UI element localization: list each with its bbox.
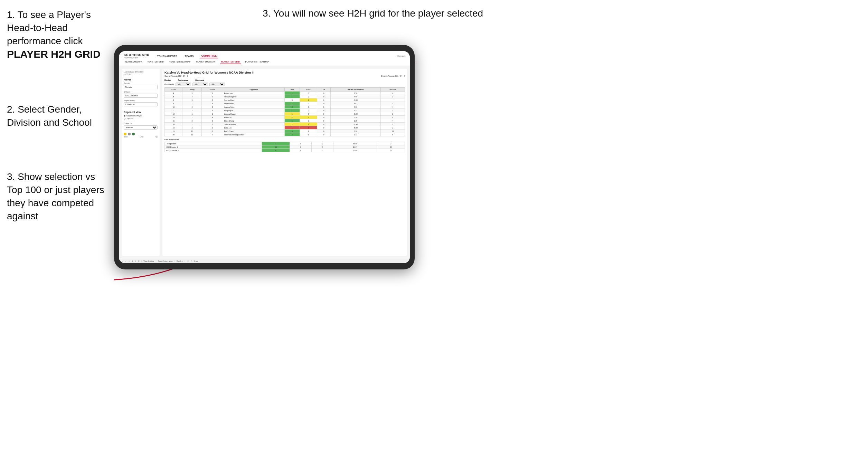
sub-nav-team-h2h-grid[interactable]: TEAM H2H GRID [146,60,164,64]
player-rank-label: Player (Rank) [124,99,158,102]
player-section-title: Player [124,78,158,81]
table-row: 9 1 4 Sharon Mun 1 0 0 3.67 3 [165,102,405,105]
toolbar-layout1[interactable]: ⬜ [187,260,189,262]
toolbar-undo[interactable]: ↩ [122,260,123,262]
division-label: Division [124,91,158,93]
toolbar-save-custom-view[interactable]: Save Custom View [158,260,172,262]
main-content: Last Updated: 27/03/2024 16:55:38 Player… [119,66,410,259]
toolbar-timer[interactable]: ⏱ [138,260,140,262]
sub-nav-player-h2h-heatmap[interactable]: PLAYER H2H HEATMAP [244,60,270,64]
logo-title: SCOREBOARD [124,53,150,57]
division-select[interactable]: NCAA Division III NCAA Division I NCAA D… [124,94,158,98]
ood-table-row: Foreign Team 1 0 0 4.500 2 [165,142,405,145]
toolbar-sep4: | [185,260,185,262]
player-rank-select[interactable]: 8. Katelyn Vo [124,102,158,106]
col-header-reg: # Reg [182,88,202,92]
sub-nav-team-summary[interactable]: TEAM SUMMARY [124,60,143,64]
filter-row: Region Conference Opponent [164,79,405,81]
out-of-division-title: Out of division [164,139,405,141]
table-row: 18 2 2 Euna Lee 1 3 0 -5.00 2 [165,126,405,130]
table-row: 20 11 7 Federica Domecq Lacroze 2 1 0 1.… [165,133,405,136]
legend-dots [124,133,158,135]
radio-dot-top100 [124,118,125,120]
sub-nav-team-h2h-heatmap[interactable]: TEAM H2H HEATMAP [168,60,192,64]
opponents-row: Opponents: (All) (All) (All) [164,83,405,86]
nav-links: TOURNAMENTS TEAMS COMMITTEE [156,54,397,58]
toolbar-sep1: | [141,260,142,262]
tablet-screen: SCOREBOARD Powered by clippd TOURNAMENTS… [119,51,410,263]
colour-by-select[interactable]: Win/loss [124,125,158,130]
opponents-label: Opponents: [164,83,174,85]
opponents-filter-select[interactable]: (All) [176,83,191,86]
opponent-filter-col: Opponent [195,79,204,81]
colour-by-label: Colour by [124,122,158,124]
radio-top100[interactable]: Top 100 [124,117,158,120]
legend-dot-level [128,133,131,135]
col-header-tie: Tie [317,88,330,92]
last-updated: Last Updated: 27/03/2024 16:55:38 [124,71,158,76]
logo-area: SCOREBOARD Powered by clippd [124,53,150,59]
nav-teams[interactable]: TEAMS [183,54,195,58]
toolbar-sep2: | [156,260,156,262]
nav-committee[interactable]: COMMITTEE [200,54,218,58]
instruction-step1: 1. To see a Player's Head-to-Head perfor… [7,8,107,61]
toolbar-back[interactable]: ← [125,260,126,262]
col-header-conf: # Conf [202,88,223,92]
conference-filter-col: Conference [178,79,188,81]
legend-dot-up [132,133,135,135]
instruction-top-right: 3. You will now see H2H grid for the pla… [263,7,483,20]
toolbar-forward[interactable]: → [128,260,130,262]
instructions-left: 1. To see a Player's Head-to-Head perfor… [0,0,114,241]
table-row: 13 1 1 Jessica Huang 1 0 0 -3.00 2 [165,112,405,116]
out-of-division-table: Foreign Team 1 0 0 4.500 2 NAIA Division… [164,142,405,152]
radio-group: Opponents Played Top 100 [124,115,158,120]
table-row: 11 2 5 Heejo Hyun 1 0 0 3.33 3 [165,109,405,112]
col-header-win: Win [284,88,300,92]
opponent-filter-select[interactable]: (All) [209,83,225,86]
gender-select[interactable]: Women's Men's [124,85,158,89]
radio-opponents-played[interactable]: Opponents Played [124,115,158,117]
table-row: 19 10 6 Emily Chang 4 1 0 0.30 11 [165,130,405,133]
records-row: Overall Record: 353 - 34 - 6 Division Re… [164,75,405,77]
main-title: Katelyn Vo Head-to-Head Grid for Women's… [164,71,405,74]
opponent-view-title: Opponent view [124,111,158,113]
sign-out-link[interactable]: Sign out [397,55,405,57]
opponent-header: Opponent [195,79,204,81]
logo-sub: Powered by clippd [124,57,150,59]
tablet-frame: SCOREBOARD Powered by clippd TOURNAMENTS… [114,45,415,269]
sub-nav-player-h2h-grid[interactable]: PLAYER H2H GRID [220,60,241,64]
region-filter-col: Region [164,79,171,81]
toolbar-share[interactable]: Share [194,260,198,262]
table-row: 15 8 5 Stella Cheng 1 0 0 1.25 4 [165,119,405,123]
sub-nav: TEAM SUMMARY TEAM H2H GRID TEAM H2H HEAT… [124,60,405,66]
toolbar-watch[interactable]: Watch ▾ [177,260,183,262]
toolbar-view-original[interactable]: View: Original [143,260,154,262]
table-row: 16 1 3 Jessica Mason 1 2 0 -0.94 7 [165,123,405,126]
conference-filter-select[interactable]: (All) [192,83,208,86]
region-header: Region [164,79,171,81]
nav-top: SCOREBOARD Powered by clippd TOURNAMENTS… [124,53,405,59]
table-row: 5 2 2 Alexis Sudjianto 1 0 0 4.00 3 [165,95,405,98]
toolbar-sep3: | [174,260,175,262]
radio-dot-opponents [124,115,125,117]
right-panel: Katelyn Vo Head-to-Head Grid for Women's… [162,69,407,256]
sub-nav-player-summary[interactable]: PLAYER SUMMARY [195,60,216,64]
nav-tournaments[interactable]: TOURNAMENTS [156,54,179,58]
toolbar: ↩ ← → ⚙ ↺ ⏱ | View: Original | Save Cust… [119,259,410,263]
toolbar-settings[interactable]: ⚙ [132,260,133,262]
gender-label: Gender [124,82,158,84]
h2h-table: # Div # Reg # Conf Opponent Win Loss Tie… [164,87,405,136]
col-header-diff: Diff Av Strokes/Rnd [330,88,381,92]
toolbar-refresh[interactable]: ↺ [135,260,136,262]
table-row: 6 3 3 Sydney Kuo 0 1 0 -1.00 [165,98,405,102]
col-header-div: # Div [165,88,182,92]
nav-bar: SCOREBOARD Powered by clippd TOURNAMENTS… [119,51,410,66]
instruction-step2: 2. Select Gender, Division and School [7,103,107,129]
legend-dot-down [124,133,126,135]
colour-section: Colour by Win/loss Down Level Up [124,122,158,138]
col-header-loss: Loss [300,88,317,92]
instruction-step3-left: 3. Show selection vs Top 100 or just pla… [7,170,107,222]
col-header-opponent: Opponent [223,88,284,92]
left-panel: Last Updated: 27/03/2024 16:55:38 Player… [122,69,160,256]
toolbar-layout2[interactable]: ⬡ [191,260,192,262]
